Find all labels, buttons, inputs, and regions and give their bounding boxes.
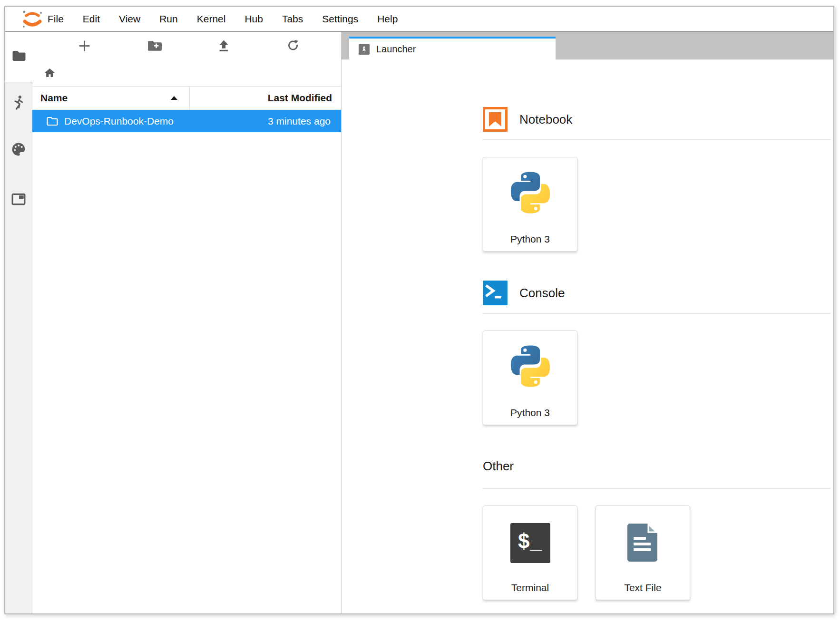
section-divider xyxy=(483,488,830,489)
upload-button[interactable] xyxy=(214,37,233,56)
menu-edit[interactable]: Edit xyxy=(73,13,109,25)
terminal-glyph: $_ xyxy=(518,529,542,553)
sidebar-tab-running-sessions[interactable] xyxy=(5,92,32,117)
launcher-card-console-python3[interactable]: Python 3 xyxy=(483,330,577,425)
launcher-card-notebook-python3[interactable]: Python 3 xyxy=(483,157,577,252)
sort-ascending-icon xyxy=(171,96,177,100)
menu-run[interactable]: Run xyxy=(150,13,187,25)
file-list-header: Name Last Modified xyxy=(32,86,341,109)
home-icon xyxy=(45,68,55,79)
menu-file[interactable]: File xyxy=(38,13,73,25)
tab-launcher-label: Launcher xyxy=(376,44,416,55)
section-title: Console xyxy=(519,286,565,301)
new-folder-icon xyxy=(147,40,162,54)
sidebar-tab-command-palette[interactable] xyxy=(5,138,32,163)
sidebar-tab-file-browser[interactable] xyxy=(5,32,32,82)
running-man-icon xyxy=(12,95,25,114)
python-logo xyxy=(483,344,577,388)
launcher-section-other: Other $_ Terminal xyxy=(483,458,830,600)
tab-bar: Launcher xyxy=(342,32,833,59)
menu-kernel[interactable]: Kernel xyxy=(187,13,235,25)
column-header-last-modified[interactable]: Last Modified xyxy=(268,87,332,109)
file-last-modified: 3 minutes ago xyxy=(268,116,331,127)
launcher-card-terminal[interactable]: $_ Terminal xyxy=(483,505,577,600)
section-header-other: Other xyxy=(483,458,830,474)
plus-icon xyxy=(78,39,91,54)
menu-items: File Edit View Run Kernel Hub Tabs Setti… xyxy=(38,7,407,31)
new-folder-button[interactable] xyxy=(145,37,164,56)
sidebar-tab-open-tabs[interactable] xyxy=(5,188,32,213)
card-label: Python 3 xyxy=(483,233,577,245)
notebook-icon xyxy=(483,107,508,132)
menu-help[interactable]: Help xyxy=(368,13,407,25)
main-dock-panel: Launcher Notebook xyxy=(342,32,833,613)
menu-hub[interactable]: Hub xyxy=(235,13,273,25)
card-label: Terminal xyxy=(483,582,577,593)
text-file-icon xyxy=(596,523,690,562)
section-title: Notebook xyxy=(519,112,572,127)
section-header-notebook: Notebook xyxy=(483,107,830,132)
new-launcher-button[interactable] xyxy=(75,37,94,56)
jupyterlab-window: File Edit View Run Kernel Hub Tabs Setti… xyxy=(4,6,834,614)
palette-icon xyxy=(11,142,26,158)
left-sidebar xyxy=(5,32,32,613)
launcher-section-notebook: Notebook xyxy=(483,107,830,252)
file-row-selected[interactable]: DevOps-Runbook-Demo 3 minutes ago xyxy=(32,110,341,132)
breadcrumb-home[interactable] xyxy=(42,66,57,81)
file-name: DevOps-Runbook-Demo xyxy=(64,116,174,127)
launcher-card-text-file[interactable]: Text File xyxy=(596,505,690,600)
card-row: Python 3 xyxy=(483,330,830,425)
upload-icon xyxy=(217,39,230,54)
column-header-name[interactable]: Name xyxy=(40,87,68,109)
launcher-section-console: Console xyxy=(483,281,830,425)
tab-launcher[interactable]: Launcher xyxy=(349,37,556,59)
terminal-icon: $_ xyxy=(483,523,577,563)
sidebar-inactive-area xyxy=(5,82,32,613)
rocket-icon xyxy=(359,44,370,55)
menu-tabs[interactable]: Tabs xyxy=(273,13,313,25)
screen: File Edit View Run Kernel Hub Tabs Setti… xyxy=(0,0,840,622)
section-divider xyxy=(483,139,830,140)
folder-icon xyxy=(11,49,27,64)
section-header-console: Console xyxy=(483,281,830,305)
folder-icon xyxy=(46,116,59,128)
card-label: Text File xyxy=(596,582,690,593)
file-browser-panel: Name Last Modified DevOps-Runbook-Demo 3… xyxy=(32,32,342,613)
card-row: Python 3 xyxy=(483,157,830,252)
menu-settings[interactable]: Settings xyxy=(313,13,368,25)
section-divider xyxy=(483,313,830,314)
column-divider xyxy=(189,87,190,109)
refresh-button[interactable] xyxy=(283,37,303,56)
menu-view[interactable]: View xyxy=(109,13,150,25)
card-label: Python 3 xyxy=(483,407,577,418)
menu-bar: File Edit View Run Kernel Hub Tabs Setti… xyxy=(5,7,833,32)
python-logo xyxy=(483,171,577,214)
console-icon xyxy=(483,281,508,305)
refresh-icon xyxy=(287,39,300,54)
launcher: Notebook xyxy=(342,59,833,613)
section-title: Other xyxy=(483,459,514,474)
window-icon xyxy=(11,193,26,207)
card-row: $_ Terminal xyxy=(483,505,830,600)
